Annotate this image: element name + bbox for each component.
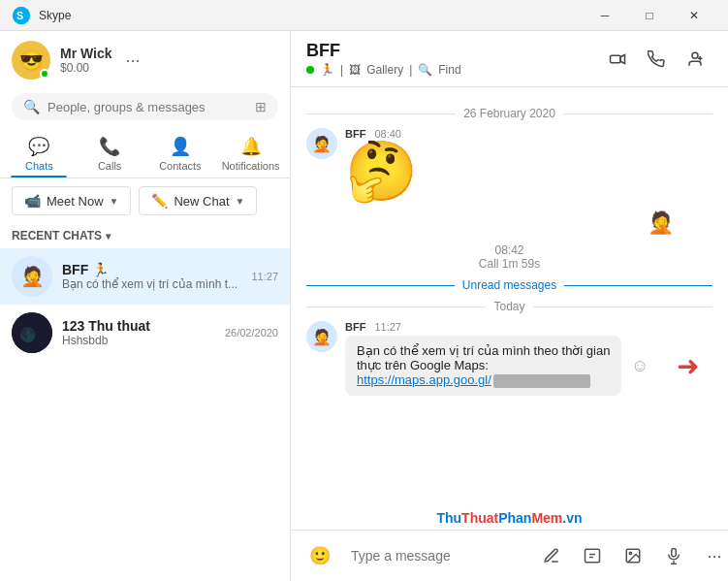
video-call-button[interactable] (600, 42, 635, 77)
main-content: 😎 Mr Wick $0.00 ··· 🔍 ⊞ 💬 Chats (0, 31, 728, 581)
emoji-icon: 🙂 (309, 545, 331, 566)
svg-rect-9 (586, 549, 600, 563)
chat-preview: Hshsbdb (62, 334, 215, 347)
find-icon: 🔍 (418, 63, 432, 77)
tab-calls[interactable]: 📞 Calls (75, 128, 145, 178)
file-button[interactable] (575, 538, 610, 573)
profile-info: Mr Wick $0.00 (60, 46, 112, 75)
message-group: 🤦 BFF 11:27 Bạn có thể xem vị trí của mì… (306, 321, 712, 396)
chat-panel: BFF 🏃 | 🖼 Gallery | 🔍 Find (291, 31, 728, 581)
chat-name: BFF 🏃 (62, 262, 241, 277)
profile-balance: $0.00 (60, 61, 112, 75)
reaction-button[interactable]: ☺ (631, 355, 649, 375)
grid-icon[interactable]: ⊞ (255, 99, 267, 114)
search-icon: 🔍 (23, 99, 40, 114)
chevron-down-icon: ▾ (106, 231, 111, 242)
new-chat-label: New Chat (174, 194, 229, 209)
search-input[interactable] (47, 100, 247, 114)
app-icon: S (12, 6, 31, 25)
chat-time: 11:27 (251, 271, 278, 282)
new-chat-icon: ✏️ (151, 193, 168, 209)
watermark-phan: Phan (498, 510, 531, 526)
message-input[interactable] (343, 542, 528, 569)
chat-list: 🤦 BFF 🏃 Bạn có thể xem vị trí của mình t… (0, 248, 290, 581)
blurred-link (493, 374, 590, 388)
tab-calls-label: Calls (98, 160, 121, 172)
profile-name: Mr Wick (60, 46, 112, 61)
chat-name: 123 Thu thuat (62, 318, 215, 334)
notifications-icon: 🔔 (240, 136, 262, 157)
app-title: Skype (39, 9, 583, 22)
msg-link[interactable]: https://maps.app.goo.gl/ (357, 372, 491, 387)
minimize-button[interactable]: ─ (583, 0, 627, 31)
new-chat-button[interactable]: ✏️ New Chat ▼ (139, 186, 257, 215)
call-time: 08:42 (306, 243, 712, 257)
chat-title: BFF (306, 41, 590, 61)
avatar[interactable]: 😎 (12, 41, 50, 80)
audio-call-button[interactable] (639, 42, 674, 77)
avatar: 🌑 (12, 312, 52, 353)
tab-contacts[interactable]: 👤 Contacts (145, 128, 216, 178)
watermark: ThuThuatPhanMem.vn (291, 506, 728, 530)
tab-chats-label: Chats (25, 160, 53, 172)
pen-button[interactable] (534, 538, 569, 573)
emoji-button[interactable]: 🙂 (302, 538, 337, 573)
today-label: Today (493, 300, 524, 313)
audio-button[interactable] (656, 538, 691, 573)
msg-emoji: 🤔 (345, 143, 712, 201)
messages-area: 26 February 2020 🤦 BFF 08:40 🤔 🤦 (291, 87, 728, 506)
msg-text: Bạn có thể xem vị trí của mình theo thời… (357, 343, 610, 372)
recent-chats-label: RECENT CHATS (12, 229, 102, 242)
nav-tabs: 💬 Chats 📞 Calls 👤 Contacts 🔔 Notificatio… (0, 128, 290, 178)
meet-now-dropdown-icon: ▼ (110, 196, 119, 207)
watermark-thu: Thu (436, 510, 461, 526)
chat-header: BFF 🏃 | 🖼 Gallery | 🔍 Find (291, 31, 728, 87)
msg-content: BFF 11:27 Bạn có thể xem vị trí của mình… (345, 321, 712, 396)
sidebar: 😎 Mr Wick $0.00 ··· 🔍 ⊞ 💬 Chats (0, 31, 291, 581)
maximize-button[interactable]: □ (627, 0, 672, 31)
action-buttons: 📹 Meet Now ▼ ✏️ New Chat ▼ (0, 178, 290, 223)
right-emoji: 🤦 (648, 210, 674, 236)
chat-header-sub: 🏃 | 🖼 Gallery | 🔍 Find (306, 63, 590, 77)
more-actions-button[interactable]: ··· (697, 538, 728, 573)
more-dots-icon: ··· (707, 546, 721, 566)
unread-label: Unread messages (462, 278, 556, 292)
add-person-button[interactable] (678, 42, 712, 77)
call-info: 08:42 Call 1m 59s (306, 243, 712, 271)
meet-now-button[interactable]: 📹 Meet Now ▼ (12, 186, 131, 215)
svg-text:🌑: 🌑 (19, 327, 37, 343)
list-item[interactable]: 🤦 BFF 🏃 Bạn có thể xem vị trí của mình t… (0, 248, 290, 305)
msg-avatar: 🤦 (306, 128, 337, 159)
svg-rect-12 (672, 549, 677, 557)
call-duration: 1m 59s (502, 257, 540, 271)
contacts-icon: 👤 (170, 136, 191, 157)
tab-notifications[interactable]: 🔔 Notifications (215, 128, 286, 178)
list-item[interactable]: 🌑 123 Thu thuat Hshsbdb 26/02/2020 (0, 305, 290, 361)
running-icon: 🏃 (320, 63, 334, 77)
image-button[interactable] (616, 538, 650, 573)
gallery-label[interactable]: Gallery (366, 63, 403, 77)
chat-info: BFF 🏃 Bạn có thể xem vị trí của mình t..… (62, 262, 241, 291)
message-input-area: 🙂 (291, 530, 728, 581)
watermark-vn: .vn (562, 510, 582, 526)
more-options-button[interactable]: ··· (122, 47, 144, 75)
tab-chats[interactable]: 💬 Chats (4, 128, 75, 178)
avatar: 🤦 (12, 256, 52, 297)
date-label: 26 February 2020 (463, 107, 555, 120)
new-chat-dropdown-icon: ▼ (236, 196, 245, 207)
msg-sender: BFF (345, 321, 365, 333)
status-dot (306, 66, 314, 74)
date-divider: 26 February 2020 (306, 107, 712, 120)
close-button[interactable]: ✕ (672, 0, 716, 31)
calls-icon: 📞 (99, 136, 120, 157)
recent-chats-header[interactable]: RECENT CHATS ▾ (0, 223, 290, 248)
window-controls: ─ □ ✕ (583, 0, 716, 31)
unread-messages-divider: Unread messages (306, 278, 712, 292)
tab-contacts-label: Contacts (159, 160, 201, 172)
header-actions (600, 42, 712, 77)
msg-meta: BFF 11:27 (345, 321, 712, 333)
find-label[interactable]: Find (438, 63, 460, 77)
arrow-indicator: ➜ (677, 349, 699, 381)
title-bar: S Skype ─ □ ✕ (0, 0, 728, 31)
meet-now-label: Meet Now (47, 194, 104, 209)
